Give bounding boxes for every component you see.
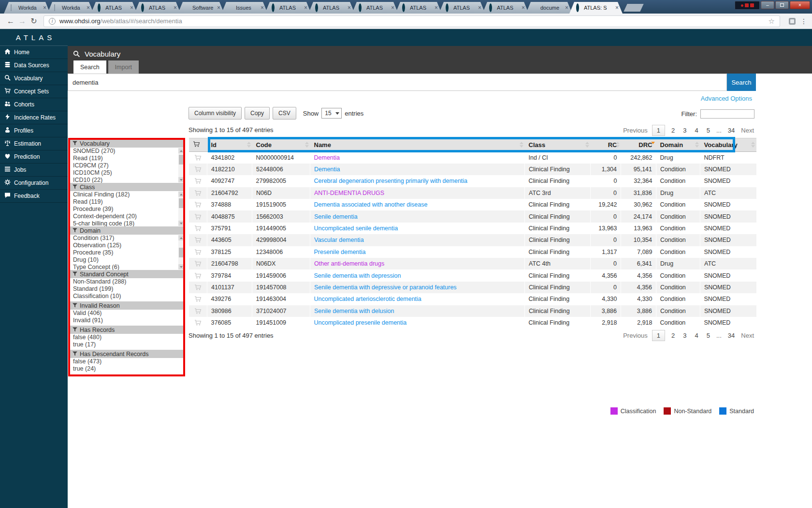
cart-icon[interactable]	[193, 249, 203, 255]
concept-name-link[interactable]: Senile dementia with depression	[314, 272, 401, 279]
browser-tab[interactable]: ATLAS×	[91, 2, 137, 14]
facet-scrollbar[interactable]	[178, 148, 184, 182]
facet-item[interactable]: Observation (125)	[70, 242, 185, 249]
facet-item[interactable]: true (24)	[70, 365, 185, 373]
tab-close-icon[interactable]: ×	[86, 4, 91, 11]
filter-input[interactable]	[700, 109, 754, 119]
facet-item[interactable]: Procedure (39)	[70, 206, 185, 213]
concept-name-link[interactable]: Uncomplicated presenile dementia	[314, 319, 407, 326]
browser-tab[interactable]: ATLAS×	[134, 2, 181, 14]
column-header-id[interactable]: Id	[207, 138, 252, 152]
scroll-up-icon[interactable]	[178, 148, 184, 153]
column-header-rc[interactable]: RC	[591, 138, 621, 152]
facet-item[interactable]: Condition (317)	[70, 235, 185, 242]
concept-name-link[interactable]: Cerebral degeneration presenting primari…	[314, 178, 468, 184]
sidebar-item-vocabulary[interactable]: Vocabulary	[0, 72, 68, 85]
sidebar-item-incidence-rates[interactable]: Incidence Rates	[0, 111, 68, 124]
scroll-down-icon[interactable]	[178, 264, 184, 269]
facet-item[interactable]: Type Concept (6)	[70, 264, 185, 270]
facet-item[interactable]: Procedure (35)	[70, 249, 185, 256]
cart-icon[interactable]	[193, 260, 203, 267]
pagination-page-5[interactable]: 5	[705, 330, 712, 341]
browser-menu-icon[interactable]: ⋮	[800, 17, 807, 25]
browser-tab[interactable]: ATLAS×	[482, 2, 529, 14]
cart-icon[interactable]	[193, 284, 203, 291]
concept-name-link[interactable]: Dementia	[314, 154, 340, 161]
browser-tab[interactable]: docume×	[526, 2, 572, 14]
column-header-vocabulary[interactable]: Vocabulary	[700, 138, 756, 152]
concept-name-link[interactable]: Other anti-dementia drugs	[314, 260, 384, 267]
facet-item[interactable]: Read (119)	[70, 155, 185, 162]
pagination-page-4[interactable]: 4	[693, 125, 700, 135]
page-info-icon[interactable]: i	[49, 18, 56, 25]
concept-name-link[interactable]: Uncomplicated senile dementia	[314, 225, 398, 232]
facet-header[interactable]: Has Records	[70, 326, 185, 334]
facet-scrollbar[interactable]	[178, 235, 184, 269]
pagination-page-1[interactable]: 1	[652, 330, 665, 341]
csv-button[interactable]: CSV	[273, 107, 296, 120]
scroll-thumb[interactable]	[179, 248, 184, 257]
tab-close-icon[interactable]: ×	[434, 4, 439, 11]
sidebar-item-profiles[interactable]: Profiles	[0, 124, 68, 137]
new-tab-button[interactable]	[624, 4, 643, 12]
sidebar-item-jobs[interactable]: Jobs	[0, 164, 68, 177]
concept-name-link[interactable]: Presenile dementia	[314, 249, 366, 255]
window-restore-button[interactable]	[775, 1, 789, 9]
facet-item[interactable]: 5-char billing code (18)	[70, 220, 185, 226]
concept-name-link[interactable]: Dementia associated with another disease	[314, 201, 428, 208]
facet-item[interactable]: Valid (406)	[70, 310, 185, 317]
cart-icon[interactable]	[193, 319, 203, 326]
cart-icon[interactable]	[193, 237, 203, 243]
concept-name-link[interactable]: Uncomplicated arteriosclerotic dementia	[314, 296, 421, 302]
facet-item[interactable]: Drug (10)	[70, 256, 185, 264]
pagination-previous[interactable]: Previous	[623, 332, 648, 339]
facet-item[interactable]: ICD10 (22)	[70, 177, 185, 183]
facet-header[interactable]: Invalid Reason	[70, 301, 185, 310]
tab-close-icon[interactable]: ×	[216, 4, 221, 11]
concept-name-link[interactable]: Dementia	[314, 166, 340, 173]
pagination-page-2[interactable]: 2	[669, 125, 677, 135]
refresh-button[interactable]: ↻	[28, 16, 40, 26]
tab-close-icon[interactable]: ×	[477, 4, 482, 11]
facet-header[interactable]: Domain	[70, 226, 185, 235]
facet-header[interactable]: Class	[70, 183, 185, 191]
scroll-up-icon[interactable]	[178, 235, 184, 240]
tab-close-icon[interactable]: ×	[173, 4, 178, 11]
search-button[interactable]: Search	[727, 74, 756, 91]
facet-item[interactable]: Standard (199)	[70, 285, 185, 293]
facet-item[interactable]: SNOMED (270)	[70, 148, 185, 155]
tab-import[interactable]: Import	[108, 60, 139, 74]
cart-icon[interactable]	[193, 308, 203, 314]
facet-header[interactable]: Has Descendant Records	[70, 350, 185, 358]
facet-item[interactable]: ICD9CM (27)	[70, 162, 185, 169]
cart-icon[interactable]	[193, 272, 203, 279]
facet-item[interactable]: Read (119)	[70, 198, 185, 206]
browser-tab[interactable]: ATLAS×	[395, 2, 442, 14]
browser-tab[interactable]: Issues×	[221, 2, 268, 14]
cart-icon[interactable]	[193, 213, 203, 220]
advanced-options-link[interactable]: Advanced Options	[701, 95, 752, 102]
cart-icon[interactable]	[193, 178, 203, 184]
sidebar-item-prediction[interactable]: Prediction	[0, 150, 68, 164]
pagination-page-2[interactable]: 2	[669, 330, 677, 341]
copy-button[interactable]: Copy	[245, 107, 270, 120]
tab-close-icon[interactable]: ×	[260, 4, 265, 11]
pagination-page-34[interactable]: 34	[726, 125, 737, 135]
facet-item[interactable]: Classification (10)	[70, 293, 185, 300]
column-visibility-button[interactable]: Column visibility	[188, 107, 242, 120]
concept-name-link[interactable]: Senile dementia with delusion	[314, 308, 394, 314]
sidebar-item-data-sources[interactable]: Data Sources	[0, 59, 68, 72]
cart-icon[interactable]	[193, 201, 203, 208]
browser-tab[interactable]: ATLAS×	[352, 2, 398, 14]
concept-name-link[interactable]: Senile dementia	[314, 213, 358, 220]
pagination-previous[interactable]: Previous	[623, 127, 648, 134]
cart-icon[interactable]	[193, 225, 203, 232]
cart-icon[interactable]	[193, 154, 203, 161]
browser-tab[interactable]: ATLAS×	[439, 2, 485, 14]
sidebar-item-cohorts[interactable]: Cohorts	[0, 98, 68, 111]
window-close-button[interactable]: ×	[790, 1, 810, 9]
facet-item[interactable]: true (17)	[70, 341, 185, 348]
sidebar-item-feedback[interactable]: Feedback	[0, 190, 68, 203]
tab-close-icon[interactable]: ×	[129, 4, 134, 11]
cart-icon[interactable]	[193, 296, 203, 302]
